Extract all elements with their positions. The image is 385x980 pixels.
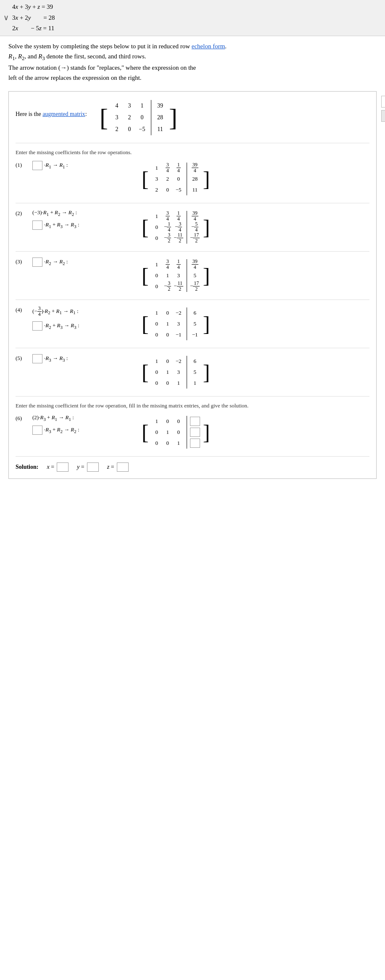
step-5-num: (5) <box>16 354 32 362</box>
step-6-input[interactable] <box>32 426 42 435</box>
bracket-right: ] <box>169 105 177 130</box>
echelon-form-link[interactable]: echelon form <box>192 43 225 50</box>
step-4-matrix-container: [ 1 0 −2 6 0 1 3 <box>142 306 210 342</box>
step-6-op2: ·R3 + R2 → R2 : <box>32 426 142 435</box>
cell-2-2: 2 <box>123 114 136 121</box>
step-1-input[interactable] <box>32 161 42 170</box>
aug-matrix-section: Here is the augmented matrix: [ 4 3 1 39… <box>16 98 369 137</box>
step-5-row: (5) ·R3 → R3 : [ 1 0 −2 6 <box>16 354 369 390</box>
solution-label: Solution: <box>16 464 38 470</box>
cell-2-3: 0 <box>136 114 148 121</box>
step-3-op1: ·R2 → R2 : <box>32 257 142 267</box>
step-6-ans2[interactable] <box>190 428 200 437</box>
step-6-ans3[interactable] <box>190 439 200 448</box>
matrix-row-1: 4 3 1 39 <box>111 100 166 112</box>
x-input[interactable] <box>57 462 69 472</box>
step-6-row: (6) (2)·R3 + R1 → R1 : ·R3 + R2 → R2 : [… <box>16 414 369 450</box>
step-2-matrix-container: [ 1 34 14 394 0 −14 −34 <box>142 209 210 245</box>
step-4-num: (4) <box>16 306 32 313</box>
divider-4 <box>16 300 369 300</box>
z-input[interactable] <box>117 462 129 472</box>
matrix-row-3: 2 0 −5 11 <box>111 123 166 135</box>
divider-7 <box>16 456 369 457</box>
step-1-matrix-container: [ 1 34 14 394 3 2 0 <box>142 161 210 197</box>
step-3-input[interactable] <box>32 257 42 267</box>
intro-line2: R1, R2, and R3 denote the first, second,… <box>8 51 377 63</box>
aug-matrix-inner: 4 3 1 39 3 2 0 28 2 0 <box>108 98 169 137</box>
chevron-icon[interactable]: ∨ <box>3 13 9 22</box>
aug-matrix-label: Here is the augmented matrix: <box>16 98 100 118</box>
step-5-op1: ·R3 → R3 : <box>32 354 142 363</box>
sidebar-icons: ⊞ ✕ <box>381 96 385 122</box>
step-5-matrix: [ 1 0 −2 6 0 1 3 <box>142 354 369 390</box>
solution-row: Solution: x = y = z = <box>16 462 369 472</box>
s1-bl: [ <box>142 168 149 189</box>
sidebar-icon-grid[interactable]: ⊞ <box>381 96 385 108</box>
problem-box: ⊞ ✕ Here is the augmented matrix: [ 4 3 … <box>8 91 377 479</box>
step-3-num: (3) <box>16 257 32 265</box>
s1-r3: 2 0 −5 11 <box>151 184 200 195</box>
step-6-ops: (2)·R3 + R1 → R1 : ·R3 + R2 → R2 : <box>32 414 142 435</box>
matrix-divider-2 <box>151 112 151 123</box>
step-6-matrix-container: [ 1 0 0 0 1 0 <box>142 414 210 450</box>
step-1-op1: ·R1 → R1 : <box>32 161 142 170</box>
cell-2-1: 3 <box>111 114 123 121</box>
step-4-input[interactable] <box>32 321 42 331</box>
step-5-ops: ·R3 → R3 : <box>32 354 142 363</box>
aug-matrix-link[interactable]: augmented matrix <box>42 111 85 117</box>
y-solution: y = <box>77 462 99 472</box>
step-4-ops: (−34)·R2 + R1 → R1 : ·R2 + R3 → R3 : <box>32 306 142 331</box>
divider-5 <box>16 348 369 348</box>
step-3-row: (3) ·R2 → R2 : [ 1 34 14 3 <box>16 257 369 294</box>
cell-1-4: 39 <box>154 102 166 109</box>
cell-3-3: −5 <box>136 126 148 133</box>
eq-line-2: 3x + 2y = 28 <box>12 13 55 24</box>
step-1-matrix: [ 1 34 14 394 3 2 0 <box>142 161 369 197</box>
top-bar: ∨ 4x + 3y + z = 39 3x + 2y = 28 2x − 5z … <box>0 0 385 36</box>
divider-6 <box>16 396 369 397</box>
step-2-matrix: [ 1 34 14 394 0 −14 −34 <box>142 209 369 245</box>
cell-2-4: 28 <box>154 114 166 121</box>
cell-1-3: 1 <box>136 102 148 109</box>
divider-2 <box>16 203 369 203</box>
s1-r2: 3 2 0 28 <box>151 173 200 184</box>
step-6-ans1[interactable] <box>190 417 200 426</box>
matrix-row-2: 3 2 0 28 <box>111 112 166 123</box>
step-3-ops: ·R2 → R2 : <box>32 257 142 267</box>
x-solution: x = <box>47 462 69 472</box>
sidebar-icon-close[interactable]: ✕ <box>381 110 385 122</box>
s1-br: ] <box>203 168 210 189</box>
aug-matrix-container: [ 4 3 1 39 3 2 0 28 <box>100 98 177 137</box>
main-container: ⊞ ✕ Here is the augmented matrix: [ 4 3 … <box>0 83 385 483</box>
step-1-num: (1) <box>16 161 32 168</box>
step-2-op1: (−3)·R1 + R2 → R2 : <box>32 209 142 217</box>
step-2-op2: ·R1 + R3 → R3 : <box>32 221 142 230</box>
s1-inner: 1 34 14 394 3 2 0 28 <box>149 161 203 197</box>
bottom-ops-label: Enter the missing coefficient for the ro… <box>16 402 369 409</box>
step-2-num: (2) <box>16 209 32 217</box>
step-4-matrix: [ 1 0 −2 6 0 1 3 <box>142 306 369 342</box>
step-6-matrix: [ 1 0 0 0 1 0 <box>142 414 369 450</box>
matrix-divider <box>151 100 151 112</box>
cell-1-1: 4 <box>111 102 123 109</box>
bracket-left: [ <box>100 105 108 130</box>
step-2-ops: (−3)·R1 + R2 → R2 : ·R1 + R3 → R3 : <box>32 209 142 230</box>
step-4-row: (4) (−34)·R2 + R1 → R1 : ·R2 + R3 → R3 :… <box>16 306 369 342</box>
cell-1-2: 3 <box>123 102 136 109</box>
ops-label: Enter the missing coefficients for the r… <box>16 149 369 156</box>
intro-line1: Solve the system by completing the steps… <box>8 41 377 51</box>
step-6-op1: (2)·R3 + R1 → R1 : <box>32 414 142 422</box>
step-1-row: (1) ·R1 → R1 : [ 1 34 14 3 <box>16 161 369 197</box>
eq-line-1: 4x + 3y + z = 39 <box>12 2 55 13</box>
step-4-op1: (−34)·R2 + R1 → R1 : <box>32 306 142 317</box>
step-2-input[interactable] <box>32 221 42 230</box>
step-5-matrix-container: [ 1 0 −2 6 0 1 3 <box>142 354 210 390</box>
cell-3-4: 11 <box>154 126 166 133</box>
divider-3 <box>16 251 369 252</box>
cell-3-2: 0 <box>123 126 136 133</box>
y-input[interactable] <box>87 462 99 472</box>
step-5-input[interactable] <box>32 354 42 363</box>
equations-display: 4x + 3y + z = 39 3x + 2y = 28 2x − 5z = … <box>12 2 55 34</box>
s1-r1: 1 34 14 394 <box>151 163 200 173</box>
eq-line-3: 2x − 5z = 11 <box>12 23 55 34</box>
